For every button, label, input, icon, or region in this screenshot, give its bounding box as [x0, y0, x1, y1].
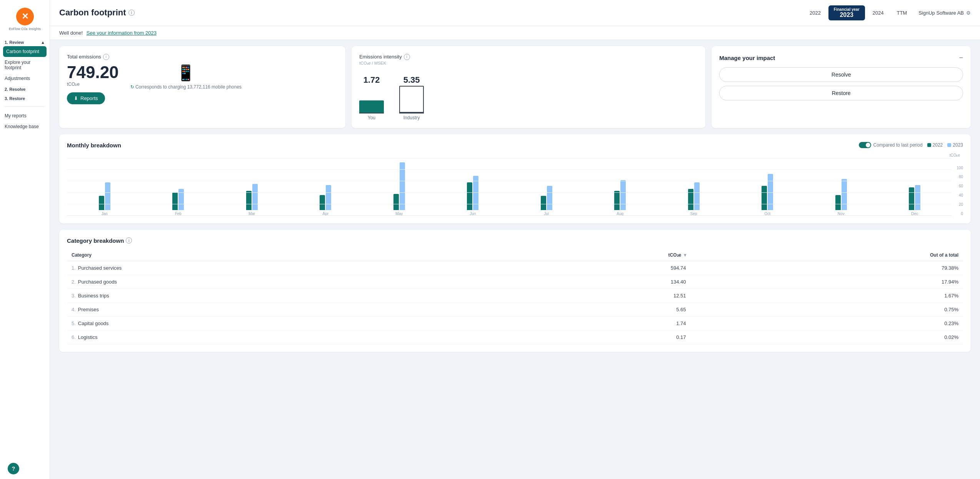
month-label: Aug	[617, 212, 623, 216]
company-label: SignUp Software AB ⚙	[918, 10, 971, 16]
cat-value: 1.74	[496, 316, 690, 330]
month-group: Jan	[68, 160, 141, 216]
cat-name: 4.Premises	[67, 302, 496, 316]
compare-label: Compared to last period	[873, 142, 923, 148]
cat-name: 2.Purchased goods	[67, 275, 496, 289]
bars-container: JanFebMarAprMayJunJulAugSepOctNovDec 100…	[67, 158, 963, 216]
emissions-intensity-card: Emissions intensity i tCO₂e / MSEK 1.72 …	[352, 46, 705, 128]
logo-icon[interactable]: ✕	[16, 8, 34, 25]
sidebar-section-restore[interactable]: 3. Restore	[0, 93, 50, 102]
col-tco2e[interactable]: tCO₂e ▾	[496, 249, 690, 261]
bar-2023	[694, 182, 700, 210]
you-bar	[359, 100, 384, 113]
bar-2022	[762, 186, 767, 210]
month-label: Jun	[470, 212, 476, 216]
year-tab-fy2023[interactable]: Financial year 2023	[828, 5, 865, 20]
bar-2023	[400, 162, 405, 210]
category-table: Category tCO₂e ▾ Out of a total 1.Purcha…	[67, 249, 963, 344]
table-row: 2.Purchased goods 134.40 17.94%	[67, 275, 963, 289]
page-title-info-icon[interactable]: i	[128, 10, 135, 16]
total-emissions-title: Total emissions i	[67, 54, 338, 60]
bar-2023	[620, 180, 626, 210]
sidebar-knowledge-base[interactable]: Knowledge base	[0, 121, 50, 132]
industry-value: 5.35	[403, 75, 420, 85]
manage-collapse-icon[interactable]: −	[959, 54, 963, 62]
sidebar-item-carbon-footprint[interactable]: Carbon footprint	[3, 46, 47, 57]
month-group: Mar	[216, 160, 288, 216]
cat-pct: 1.67%	[691, 289, 963, 302]
emissions-intensity-info-icon[interactable]: i	[404, 54, 410, 60]
phone-section: 📱 ↻ Corresponds to charging 13,772,116 m…	[130, 64, 242, 90]
bar-2023	[252, 184, 258, 210]
chart-title: Monthly breakdown	[67, 142, 121, 149]
reports-button[interactable]: ⬇ Reports	[67, 92, 105, 104]
sidebar-item-adjustments[interactable]: Adjustments	[0, 73, 50, 84]
category-info-icon[interactable]: i	[126, 237, 132, 244]
bar-2022	[320, 195, 325, 210]
bar-2022	[835, 195, 841, 210]
category-title: Category breakdown i	[67, 237, 963, 244]
sidebar-my-reports[interactable]: My reports	[0, 110, 50, 121]
resolve-button[interactable]: Resolve	[719, 67, 963, 82]
main-content: Carbon footprint i 2022 Financial year 2…	[50, 0, 980, 479]
phone-icon: 📱	[176, 64, 195, 82]
sidebar-section-review[interactable]: 1. Review ▲	[0, 37, 50, 46]
legend-dot-2022	[927, 143, 931, 147]
bar-2023	[326, 185, 331, 210]
month-label: May	[395, 212, 403, 216]
cat-value: 12.51	[496, 289, 690, 302]
year-tab-2022[interactable]: 2022	[804, 8, 826, 18]
industry-bar	[399, 86, 424, 113]
col-total: Out of a total	[691, 249, 963, 261]
year-tab-2024[interactable]: 2024	[867, 8, 889, 18]
month-label: Jan	[102, 212, 108, 216]
bar-2023	[842, 179, 847, 210]
table-row: 3.Business trips 12.51 1.67%	[67, 289, 963, 302]
settings-icon[interactable]: ⚙	[966, 10, 971, 16]
monthly-breakdown-card: Monthly breakdown Compared to last perio…	[59, 134, 971, 224]
cat-name: 5.Capital goods	[67, 316, 496, 330]
cat-pct: 79.38%	[691, 261, 963, 275]
table-row: 5.Capital goods 1.74 0.23%	[67, 316, 963, 330]
restore-button[interactable]: Restore	[719, 86, 963, 100]
total-emissions-unit: tCO₂e	[67, 82, 119, 87]
logo-area: ✕ ExFlow CO₂ Insights	[0, 5, 50, 37]
month-group: Dec	[879, 160, 951, 216]
industry-bar-group: 5.35 Industry	[399, 75, 424, 120]
emissions-intensity-title: Emissions intensity i	[359, 54, 698, 60]
manage-title: Manage your impact −	[719, 54, 963, 62]
sidebar-section-resolve[interactable]: 2. Resolve	[0, 84, 50, 93]
month-group: Aug	[584, 160, 657, 216]
month-group: Jun	[437, 160, 509, 216]
chart-legend: Compared to last period 2022 2023	[859, 142, 963, 148]
total-emissions-value: 749.20	[67, 64, 119, 81]
legend-dot-2023	[947, 143, 951, 147]
bar-2022	[393, 194, 399, 210]
bar-2023	[105, 182, 110, 210]
legend-2023: 2023	[947, 142, 963, 148]
year-tab-ttm[interactable]: TTM	[891, 8, 912, 18]
total-emissions-info-icon[interactable]: i	[103, 54, 109, 60]
month-group: Oct	[732, 160, 804, 216]
month-group: Jul	[510, 160, 583, 216]
bar-2022	[614, 191, 620, 210]
table-row: 1.Purchased services 594.74 79.38%	[67, 261, 963, 275]
page-title: Carbon footprint i	[59, 8, 135, 18]
help-badge[interactable]: ?	[8, 463, 19, 474]
bar-2022	[541, 196, 546, 210]
you-value: 1.72	[363, 75, 380, 85]
cat-pct: 0.02%	[691, 330, 963, 344]
bar-2022	[172, 192, 178, 210]
year-tab-fy2023-label: Financial year	[834, 7, 860, 12]
cat-pct: 17.94%	[691, 275, 963, 289]
you-label: You	[368, 115, 375, 120]
chart-header: Monthly breakdown Compared to last perio…	[67, 142, 963, 149]
bar-2023	[768, 174, 773, 210]
compare-toggle[interactable]: Compared to last period	[859, 142, 923, 148]
cat-value: 594.74	[496, 261, 690, 275]
table-row: 6.Logistics 0.17 0.02%	[67, 330, 963, 344]
sidebar-item-explore-footprint[interactable]: Explore your footprint	[0, 57, 50, 73]
content-area: Total emissions i 749.20 tCO₂e ⬇ Reports	[50, 40, 980, 358]
well-done-link[interactable]: See your information from 2023	[87, 30, 157, 36]
month-label: Mar	[248, 212, 255, 216]
